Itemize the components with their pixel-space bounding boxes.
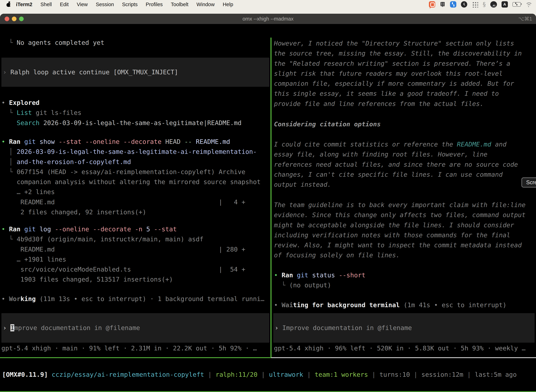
terminal-line: 2 files changed, 92 insertions(+) bbox=[1, 207, 270, 217]
menu-item-view[interactable]: View bbox=[73, 2, 92, 7]
prompt-input-left[interactable]: › Improve documentation in @filename bbox=[1, 313, 269, 343]
thinking-paragraph-1: However, I noticed the "Directory Struct… bbox=[272, 38, 536, 109]
terminal-line: 1903 files changed, 513517 insertions(+) bbox=[1, 274, 270, 284]
terminal-line: evidence. Since this change only affects… bbox=[274, 210, 536, 220]
explored-block: • Explored └ List git ls-files Search 20… bbox=[0, 98, 270, 128]
terminal-line: the source tree, missing the essay. Stil… bbox=[274, 48, 536, 58]
screen: { "menubar": { "items": ["iTerm2", "Shel… bbox=[0, 0, 536, 392]
screen-tooltip: Scre bbox=[522, 177, 536, 187]
terminal-line: … +1901 lines bbox=[1, 254, 270, 264]
battery-icon[interactable] bbox=[512, 2, 521, 7]
menu-item-scripts[interactable]: Scripts bbox=[118, 2, 142, 7]
menu-item-iterm2[interactable]: iTerm2 bbox=[12, 2, 36, 7]
menu-item-edit[interactable]: Edit bbox=[56, 2, 73, 7]
terminal-line: │ and-the-erosion-of-copyleft.md bbox=[1, 157, 270, 167]
apple-menu-icon[interactable] bbox=[6, 2, 11, 7]
terminal-line: changes, I can't cite specific file line… bbox=[274, 169, 536, 179]
menu-item-toolbelt[interactable]: Toolbelt bbox=[167, 2, 192, 7]
thinking-heading: Considering citation options bbox=[272, 119, 536, 129]
agents-status-line: └ No agents completed yet bbox=[0, 37, 270, 48]
terminal-line: However, I noticed the "Directory Struct… bbox=[274, 38, 536, 48]
window-title: omx --xhigh --madmax bbox=[0, 14, 536, 24]
terminal-line: output instead. bbox=[274, 179, 536, 190]
screenshot-chat-icon[interactable] bbox=[429, 1, 435, 8]
terminal-line: README.md | 280 + bbox=[1, 244, 270, 254]
terminal-line: The team guideline is to back every impo… bbox=[274, 200, 536, 210]
thinking-paragraph-3: The team guideline is to back every impo… bbox=[272, 200, 536, 260]
left-pane-bottom-border bbox=[0, 357, 271, 358]
dark-crescent-icon[interactable] bbox=[461, 1, 467, 8]
terminal-line: of focusing solely on file lines. bbox=[274, 250, 536, 260]
menu-item-window[interactable]: Window bbox=[192, 2, 219, 7]
keyboard-shield-icon[interactable] bbox=[440, 1, 445, 8]
terminal-line: › Ralph loop active continue [OMX_TMUX_I… bbox=[1, 67, 269, 77]
terminal-line: • Ran git log --oneline --decorate -n 5 … bbox=[1, 224, 270, 234]
omx-status-bar: [OMX#0.11.9] cczip/essay/ai-reimplementa… bbox=[2, 369, 536, 379]
terminal-line: gpt-5.4 xhigh · 96% left · 520K in · 5.8… bbox=[274, 343, 536, 353]
terminal-content: └ No agents completed yet › Ralph loop a… bbox=[0, 37, 536, 392]
terminal-line: Considering citation options bbox=[274, 119, 536, 129]
terminal-line: • Waiting for background terminal (1m 41… bbox=[274, 300, 536, 310]
ralph-inject-box: › Ralph loop active continue [OMX_TMUX_I… bbox=[1, 58, 269, 87]
window-titlebar[interactable]: omx --xhigh --madmax ⌥⌘1 bbox=[0, 14, 536, 24]
thinking-paragraph-2: I could cite commit statistics or refere… bbox=[272, 139, 536, 190]
menu-item-help[interactable]: Help bbox=[219, 2, 237, 7]
menu-item-session[interactable]: Session bbox=[92, 2, 118, 7]
terminal-line: › Improve documentation in @filename bbox=[1, 323, 269, 333]
terminal-line: companion file, especially if more comme… bbox=[274, 79, 536, 89]
update-count-badge[interactable]: ..61 bbox=[490, 1, 497, 8]
terminal-line: this single essay, it seems like a good … bbox=[274, 89, 536, 98]
terminal-line: gpt-5.4 xhigh · main · 91% left · 2.31M … bbox=[1, 343, 270, 353]
git-show-block: • Ran git show --stat --oneline --decora… bbox=[0, 137, 270, 217]
working-status-line: • Working (11m 13s • esc to interrupt) ·… bbox=[0, 294, 270, 304]
terminal-line: I could cite commit statistics or refere… bbox=[274, 139, 536, 149]
terminal-line: › Improve documentation in @filename bbox=[273, 323, 535, 333]
pane-divider[interactable] bbox=[270, 37, 272, 358]
terminal-line: │ 2026-03-09-is-legal-the-same-as-legiti… bbox=[1, 147, 270, 157]
assistant-badge-icon[interactable]: A bbox=[502, 1, 508, 8]
terminal-line: • Ran git show --stat --oneline --decora… bbox=[1, 137, 270, 147]
model-statusline-right: gpt-5.4 xhigh · 96% left · 520K in · 5.8… bbox=[272, 343, 536, 353]
terminal-line: └ (no output) bbox=[274, 280, 536, 290]
terminal-line: the "Related research writing" section i… bbox=[274, 58, 536, 69]
left-pane: └ No agents completed yet › Ralph loop a… bbox=[0, 37, 270, 358]
menu-item-shell[interactable]: Shell bbox=[36, 2, 56, 7]
git-log-block: • Ran git log --oneline --decorate -n 5 … bbox=[0, 224, 270, 285]
terminal-line: └ 4b9d30f (origin/main, instructkr/main,… bbox=[1, 234, 270, 244]
terminal-line: • Ran git status --short bbox=[274, 270, 536, 280]
terminal-line: • Working (11m 13s • esc to interrupt) ·… bbox=[1, 294, 270, 304]
dots-grid-icon[interactable] bbox=[472, 1, 478, 8]
terminal-line: • Explored bbox=[1, 98, 270, 108]
terminal-line: companion analysis without altering the … bbox=[1, 177, 270, 187]
terminal-line: essay file, along with finding root file… bbox=[274, 149, 536, 159]
terminal-line: └ List git ls-files bbox=[1, 108, 270, 118]
window-shortcut-hint: ⌥⌘1 bbox=[518, 14, 532, 24]
terminal-line: └ 067f154 (HEAD -> essay/ai-reimplementa… bbox=[1, 167, 270, 177]
terminal-line: Search 2026-03-09-is-legal-the-same-as-l… bbox=[1, 118, 270, 128]
git-status-block: • Ran git status --short └ (no output) bbox=[272, 270, 536, 290]
iterm2-window: omx --xhigh --madmax ⌥⌘1 └ No agents com… bbox=[0, 14, 536, 392]
right-pane: However, I noticed the "Directory Struct… bbox=[272, 37, 536, 358]
menu-item-profiles[interactable]: Profiles bbox=[142, 2, 167, 7]
blue-lightning-icon[interactable] bbox=[450, 1, 456, 8]
terminal-line: └ No agents completed yet bbox=[1, 37, 270, 48]
terminal-line: src/voice/voiceModeEnabled.ts | 54 + bbox=[1, 264, 270, 274]
right-pane-bottom-border bbox=[271, 357, 536, 358]
terminal-line: might be acceptable alongside the file l… bbox=[274, 220, 536, 230]
wifi-icon[interactable] bbox=[526, 2, 532, 7]
terminal-line: references need actual files, and since … bbox=[274, 159, 536, 169]
terminal-line: [OMX#0.11.9] cczip/essay/ai-reimplementa… bbox=[2, 369, 536, 379]
s-glyph-icon[interactable]: § bbox=[483, 1, 486, 8]
terminal-line: including verification notes with those … bbox=[274, 230, 536, 240]
prompt-input-right[interactable]: › Improve documentation in @filename bbox=[273, 313, 535, 343]
terminal-line: README.md | 4 + bbox=[1, 197, 270, 207]
terminal-line: provide file and line references from th… bbox=[274, 99, 536, 109]
model-statusline-left: gpt-5.4 xhigh · main · 91% left · 2.31M … bbox=[0, 343, 270, 353]
terminal-line: slight risk that future readers may over… bbox=[274, 69, 536, 79]
terminal-line: … +2 lines bbox=[1, 187, 270, 197]
waiting-status-line: • Waiting for background terminal (1m 41… bbox=[272, 300, 536, 310]
tmux-status-bar: [omx-cczip0:bash* "MacBook-Pro-44.local"… bbox=[0, 391, 536, 392]
terminal-line: review. Also, I might want to inspect th… bbox=[274, 240, 536, 250]
